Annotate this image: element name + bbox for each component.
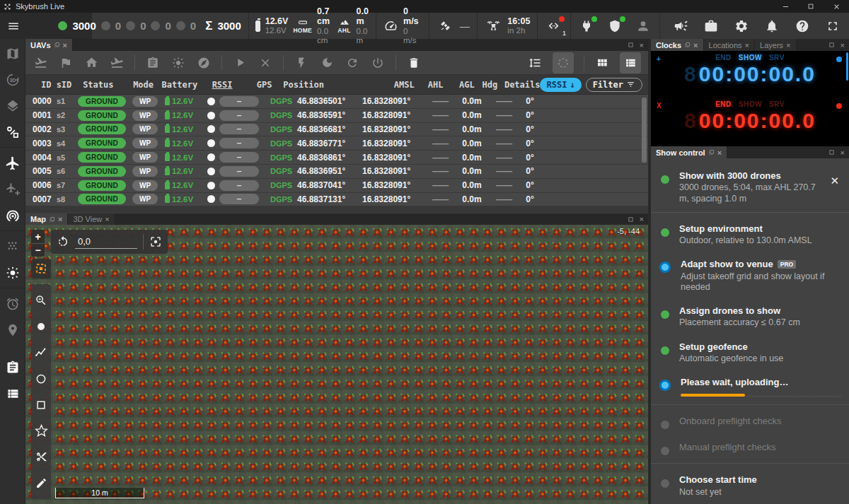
show-step[interactable]: Show with 3000 drones 3000 drones, 5:04,… [651,163,849,209]
map-canvas[interactable]: 80928 + − [25,225,648,504]
rtk-status[interactable]: 1 [538,13,570,39]
detach-panel-icon[interactable] [708,149,715,156]
sidebar-item-rtk[interactable] [0,202,25,228]
uavs-table-header[interactable]: ID sID Status Mode Battery RSSI GPS Posi… [25,75,648,95]
detach-panel-icon[interactable] [49,216,55,223]
maximize-panel-icon[interactable] [828,42,835,48]
safety-shield-icon[interactable] [606,17,624,35]
show-step[interactable]: Setup environment Outdoor, relative to 1… [651,216,849,252]
tab-3d-view[interactable]: 3D View × [68,213,115,225]
maximize-panel-icon[interactable] [628,42,634,48]
close-tab-icon[interactable]: × [693,41,698,49]
takeoff-grid-tool-button[interactable] [31,259,51,279]
show-step[interactable]: Onboard preflight checks [651,408,849,434]
draw-path-tool-button[interactable] [31,339,51,365]
close-tab-icon[interactable]: × [58,215,62,223]
filter-chip[interactable]: Filter [586,78,642,92]
close-panel-icon[interactable]: × [640,41,644,49]
clock-mode-srv[interactable]: SRV [769,100,785,108]
sidebar-item-clocks[interactable] [0,291,25,317]
help-icon[interactable] [793,17,812,35]
close-tab-icon[interactable]: × [745,41,749,49]
selection-mode-button[interactable] [553,52,574,74]
sidebar-item-map[interactable] [0,40,25,66]
close-tab-icon[interactable]: × [717,148,722,157]
sort-button[interactable] [527,55,543,71]
rotation-input[interactable]: 0,0 [75,235,137,249]
clocks-scrollbar[interactable] [846,52,848,81]
tab-locations[interactable]: Locations× [704,39,756,51]
broadcast-megaphone-icon[interactable] [671,17,690,35]
add-marker-tool-button[interactable] [31,313,51,339]
close-tab-icon[interactable]: × [63,41,67,49]
close-panel-icon[interactable]: × [841,148,845,157]
draw-circle-tool-button[interactable] [31,365,51,392]
reboot-button[interactable] [345,55,360,71]
sidebar-item-list[interactable] [0,380,25,406]
notifications-bell-icon[interactable] [763,17,781,35]
clock-mode-show[interactable]: SHOW [739,100,762,108]
return-home-button[interactable] [83,55,99,71]
close-panel-icon[interactable]: × [841,41,845,49]
show-step[interactable]: Manual preflight checks [651,434,849,460]
hamburger-menu-button[interactable] [5,18,22,35]
guided-mode-button[interactable] [196,55,212,71]
sidebar-item-layers[interactable] [0,93,25,119]
sidebar-item-docks[interactable] [0,233,25,259]
uav-table-row[interactable]: 0002 s3 GROUND WP 12.6V — DGPS 46.883668… [25,123,648,137]
start-button[interactable] [232,55,248,71]
sidebar-item-light-control[interactable] [0,259,25,286]
window-minimize-button[interactable] [773,0,798,13]
uav-table-row[interactable]: 0005 s6 GROUND WP 12.6V — DGPS 46.883695… [25,165,648,179]
toolbox-icon[interactable] [702,17,720,35]
window-close-button[interactable] [824,0,849,13]
clock-mode-show[interactable]: SHOW [739,54,762,61]
tab-map[interactable]: Map × [25,213,68,225]
power-off-button[interactable] [370,55,386,71]
sidebar-item-show-control[interactable] [0,119,25,145]
user-account-icon[interactable] [634,17,652,35]
show-step[interactable]: Adapt show to venuePRO Adjust takeoff gr… [651,251,849,298]
sidebar-item-uavs[interactable] [0,150,25,176]
server-plug-icon[interactable] [577,17,596,35]
clock-mode-end[interactable]: END [715,54,732,61]
close-tab-icon[interactable]: × [786,41,790,49]
message-button[interactable] [145,55,161,71]
fit-drones-button[interactable] [149,235,162,248]
tab-layers[interactable]: Layers× [755,39,796,51]
uav-count-summary[interactable]: 3000 0 0 0 0 Σ3000 [51,13,248,39]
draw-rectangle-tool-button[interactable] [31,392,51,418]
clear-show-button[interactable]: ✕ [830,175,839,187]
uav-table-row[interactable]: 0000 s1 GROUND WP 12.6V — DGPS 46.883650… [25,95,648,109]
edit-feature-tool-button[interactable] [31,470,51,496]
close-tab-icon[interactable]: × [105,215,109,223]
clock-mode-end[interactable]: END [715,100,732,108]
tab-uavs[interactable]: UAVs × [25,39,73,51]
takeoff-button[interactable] [33,55,48,71]
sidebar-item-log[interactable] [0,354,25,380]
land-button[interactable] [109,55,125,71]
tab-show-control[interactable]: Show control × [651,146,727,158]
clock-mode-srv[interactable]: SRV [769,54,785,61]
gps-fix-summary[interactable]: — [429,13,477,39]
uavs-scrollbar[interactable] [642,98,647,163]
grid-view-button[interactable] [594,55,610,71]
sleep-button[interactable] [319,55,335,71]
window-maximize-button[interactable] [798,0,824,13]
maximize-panel-icon[interactable] [628,216,634,223]
detach-panel-icon[interactable] [684,42,691,48]
flash-lights-button[interactable] [171,55,186,71]
battery-summary[interactable]: 12.6V12.6V HOME 0.7 cm0.0 cm AHL 0.0 m0.… [248,13,376,39]
arm-button[interactable] [294,55,309,71]
fullscreen-icon[interactable] [824,17,842,35]
show-step[interactable]: Assign drones to show Placement accuracy… [651,298,849,334]
sort-chip[interactable]: RSSI↓ [540,78,581,92]
settings-gear-icon[interactable] [732,17,751,35]
tab-clocks[interactable]: Clocks × [651,39,704,51]
zoom-out-button[interactable]: − [31,243,45,257]
cut-hole-tool-button[interactable] [31,444,51,470]
close-panel-icon[interactable]: × [640,215,644,223]
zoom-tool-button[interactable] [31,287,51,313]
list-view-button[interactable] [620,52,641,74]
uav-table-row[interactable]: 0006 s7 GROUND WP 12.6V — DGPS 46.883704… [25,179,648,193]
